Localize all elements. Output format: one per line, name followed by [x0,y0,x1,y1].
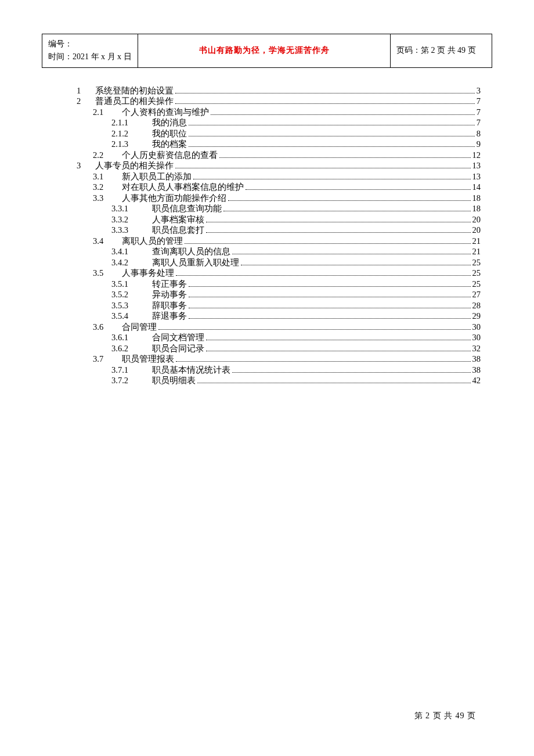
toc-title: 普通员工的相关操作 [95,97,174,106]
toc-page-number: 21 [472,247,481,256]
toc-leader-dots [175,87,475,93]
toc-page-number: 27 [472,290,481,299]
toc-entry: 3.7.1职员基本情况统计表38 [77,366,481,375]
toc-leader-dots [189,291,471,298]
toc-number: 3.5.2 [111,290,152,299]
toc-title: 个人资料的查询与维护 [122,108,209,117]
toc-number: 3.5.1 [111,280,152,289]
toc-number: 2.2 [93,151,122,160]
toc-title: 我的档案 [152,140,187,149]
toc-entry: 3.4.1查询离职人员的信息21 [77,247,481,256]
toc-number: 3.4 [93,237,122,246]
toc-page-number: 29 [472,312,481,321]
toc-leader-dots [189,312,471,319]
toc-number: 3.7.2 [111,376,152,385]
toc-title: 对在职人员人事档案信息的维护 [122,183,244,192]
toc-entry: 3.4离职人员的管理21 [77,237,481,246]
toc-entry: 2.1.2我的职位8 [77,129,481,138]
toc-number: 3.6 [93,323,122,332]
page-value: 第 2 页 共 49 页 [421,46,476,55]
toc-number: 3.3.3 [111,226,152,235]
toc-page-number: 20 [472,226,481,235]
page-footer: 第 2 页 共 49 页 [414,711,477,721]
toc-entry: 3.3.2人事档案审核20 [77,215,481,224]
toc-leader-dots [158,323,471,330]
toc-number: 3.5.3 [111,301,152,310]
page-label: 页码： [396,46,421,55]
toc-number: 3.4.2 [111,258,152,267]
toc-number: 3.4.1 [111,247,152,256]
toc-entry: 3.6合同管理30 [77,323,481,332]
toc-number: 1 [77,87,95,95]
toc-entry: 3人事专员的相关操作13 [77,161,481,170]
toc-page-number: 9 [477,140,481,149]
toc-entry: 3.5.1转正事务25 [77,280,481,289]
toc-leader-dots [211,108,475,115]
toc-number: 3.6.1 [111,333,152,342]
toc-title: 个人历史薪资信息的查看 [122,151,218,160]
toc-number: 3.7.1 [111,366,152,375]
toc-leader-dots [175,98,475,105]
toc-entry: 2.1.1我的消息7 [77,118,481,127]
toc-leader-dots [206,215,471,222]
toc-title: 职员合同记录 [152,344,204,353]
toc-leader-dots [219,151,471,158]
toc-leader-dots [228,194,471,201]
toc-number: 3.3.2 [111,215,152,224]
toc-page-number: 38 [472,355,481,363]
toc-title: 职员信息查询功能 [152,204,222,213]
toc-number: 3 [77,161,95,170]
toc-title: 人事档案审核 [152,215,204,224]
toc-page-number: 18 [472,194,481,203]
toc-title: 转正事务 [152,280,187,289]
toc-page-number: 13 [472,161,481,170]
toc-entry: 3.5.2异动事务27 [77,290,481,299]
date-value: 2021 年 x 月 x 日 [73,52,132,61]
toc-leader-dots [175,162,471,169]
toc-number: 2.1.1 [111,118,152,127]
toc-leader-dots [189,119,475,126]
toc-page-number: 13 [472,172,481,181]
toc-page-number: 28 [472,301,481,310]
toc-title: 职员明细表 [152,376,196,385]
table-of-contents: 1系统登陆的初始设置32普通员工的相关操作72.1个人资料的查询与维护72.1.… [42,87,492,386]
toc-page-number: 32 [472,344,481,353]
toc-number: 3.1 [93,172,122,181]
toc-leader-dots [189,280,471,287]
toc-entry: 3.6.2职员合同记录32 [77,344,481,353]
header-left-cell: 编号： 时间：2021 年 x 月 x 日 [42,34,138,68]
toc-leader-dots [206,344,471,351]
toc-leader-dots [176,355,471,362]
toc-number: 3.5.4 [111,312,152,321]
toc-page-number: 14 [472,183,481,192]
toc-leader-dots [206,334,471,341]
toc-title: 职员信息套打 [152,226,204,235]
toc-leader-dots [189,129,475,136]
toc-title: 离职人员的管理 [122,237,183,246]
toc-title: 辞退事务 [152,312,187,321]
toc-leader-dots [189,141,475,147]
toc-title: 辞职事务 [152,301,187,310]
toc-page-number: 18 [472,204,481,213]
toc-number: 3.7 [93,355,122,363]
document-page: 编号： 时间：2021 年 x 月 x 日 书山有路勤为径，学海无涯苦作舟 页码… [0,0,534,385]
toc-number: 3.5 [93,269,122,278]
toc-page-number: 7 [477,118,481,127]
toc-entry: 2.1.3我的档案9 [77,140,481,149]
toc-title: 新入职员工的添加 [122,172,192,181]
toc-number: 2.1.3 [111,140,152,149]
toc-number: 3.6.2 [111,344,152,353]
toc-entry: 3.5.4辞退事务29 [77,312,481,321]
toc-title: 职员基本情况统计表 [152,366,230,375]
toc-number: 2 [77,97,95,106]
toc-entry: 3.7职员管理报表38 [77,355,481,363]
toc-page-number: 30 [472,323,481,332]
toc-leader-dots [197,377,471,384]
header-page-cell: 页码：第 2 页 共 49 页 [391,34,492,68]
date-line: 时间：2021 年 x 月 x 日 [48,51,132,63]
header-table: 编号： 时间：2021 年 x 月 x 日 书山有路勤为径，学海无涯苦作舟 页码… [42,34,492,68]
toc-entry: 2.1个人资料的查询与维护7 [77,108,481,117]
toc-title: 系统登陆的初始设置 [95,87,174,95]
toc-leader-dots [176,269,471,276]
toc-page-number: 25 [472,280,481,289]
